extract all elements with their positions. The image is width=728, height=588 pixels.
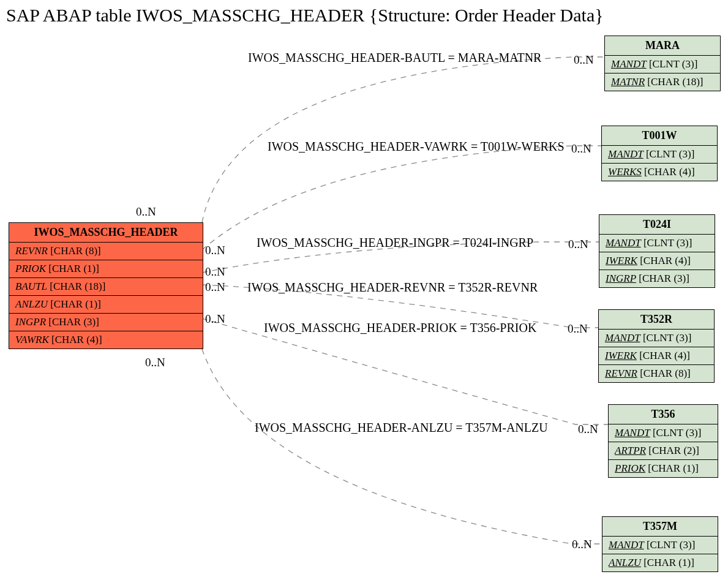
page-title: SAP ABAP table IWOS_MASSCHG_HEADER {Stru… bbox=[6, 5, 604, 26]
edge-label: IWOS_MASSCHG_HEADER-BAUTL = MARA-MATNR bbox=[248, 51, 541, 65]
edge-label: IWOS_MASSCHG_HEADER-INGPR = T024I-INGRP bbox=[257, 236, 533, 250]
field-name: MANDT bbox=[615, 427, 650, 439]
field-type: [CHAR (2)] bbox=[648, 445, 699, 456]
field-type: [CLNT (3)] bbox=[644, 237, 692, 249]
field-type: [CLNT (3)] bbox=[646, 148, 694, 160]
field-type: [CHAR (3)] bbox=[639, 273, 689, 284]
cardinality: 0..N bbox=[568, 322, 588, 336]
field-name: INGRP bbox=[606, 273, 636, 284]
field-type: [CHAR (1)] bbox=[48, 263, 99, 274]
field-type: [CHAR (4)] bbox=[640, 255, 691, 266]
field-type: [CHAR (1)] bbox=[50, 298, 101, 310]
field-name: INGPR bbox=[15, 316, 46, 328]
table-t356: T356 MANDT [CLNT (3)] ARTPR [CHAR (2)] P… bbox=[608, 404, 718, 478]
field-type: [CLNT (3)] bbox=[647, 539, 695, 551]
main-table: IWOS_MASSCHG_HEADER REVNR [CHAR (8)] PRI… bbox=[9, 222, 203, 349]
table-name: MARA bbox=[605, 36, 720, 56]
cardinality: 0..N bbox=[578, 423, 598, 436]
field-type: [CHAR (1)] bbox=[644, 557, 694, 568]
field-name: PRIOK bbox=[615, 462, 645, 474]
cardinality: 0..N bbox=[574, 53, 594, 67]
field-type: [CHAR (1)] bbox=[648, 462, 699, 474]
table-name: T024I bbox=[599, 215, 715, 235]
field-name: ANLZU bbox=[609, 557, 641, 568]
field-type: [CHAR (3)] bbox=[48, 316, 99, 328]
field-name: REVNR bbox=[605, 368, 637, 379]
field-name: WERKS bbox=[608, 166, 642, 178]
edge-label: IWOS_MASSCHG_HEADER-VAWRK = T001W-WERKS bbox=[268, 140, 565, 154]
table-t024i: T024I MANDT [CLNT (3)] IWERK [CHAR (4)] … bbox=[599, 214, 715, 288]
table-mara: MARA MANDT [CLNT (3)] MATNR [CHAR (18)] bbox=[604, 36, 721, 91]
field-name: BAUTL bbox=[15, 281, 47, 292]
field-type: [CLNT (3)] bbox=[653, 427, 701, 439]
cardinality: 0..N bbox=[568, 238, 588, 251]
edge-label: IWOS_MASSCHG_HEADER-REVNR = T352R-REVNR bbox=[247, 281, 538, 295]
field-type: [CHAR (18)] bbox=[50, 281, 105, 292]
field-name: VAWRK bbox=[15, 334, 49, 345]
field-name: MANDT bbox=[609, 539, 644, 551]
field-type: [CHAR (18)] bbox=[647, 76, 703, 88]
field-name: REVNR bbox=[15, 245, 48, 257]
table-name: T356 bbox=[609, 405, 718, 424]
cardinality: 0..N bbox=[205, 281, 225, 294]
cardinality: 0..N bbox=[205, 265, 225, 279]
field-name: MANDT bbox=[608, 148, 644, 160]
cardinality: 0..N bbox=[136, 205, 156, 219]
edge-label: IWOS_MASSCHG_HEADER-ANLZU = T357M-ANLZU bbox=[255, 421, 548, 435]
field-type: [CHAR (4)] bbox=[639, 350, 690, 361]
field-name: MATNR bbox=[611, 76, 645, 88]
field-type: [CHAR (8)] bbox=[50, 245, 101, 257]
field-type: [CHAR (8)] bbox=[640, 368, 691, 379]
table-t001w: T001W MANDT [CLNT (3)] WERKS [CHAR (4)] bbox=[601, 126, 718, 181]
cardinality: 0..N bbox=[572, 538, 592, 551]
field-type: [CHAR (4)] bbox=[51, 334, 102, 345]
table-t352r: T352R MANDT [CLNT (3)] IWERK [CHAR (4)] … bbox=[598, 309, 715, 383]
edge-label: IWOS_MASSCHG_HEADER-PRIOK = T356-PRIOK bbox=[264, 321, 536, 335]
field-name: MANDT bbox=[606, 237, 641, 249]
table-name: T357M bbox=[602, 517, 718, 537]
table-name: T001W bbox=[602, 126, 717, 146]
table-t357m: T357M MANDT [CLNT (3)] ANLZU [CHAR (1)] bbox=[602, 516, 718, 572]
table-name: T352R bbox=[599, 310, 714, 330]
field-type: [CLNT (3)] bbox=[643, 332, 691, 344]
field-name: ARTPR bbox=[615, 445, 646, 456]
field-type: [CHAR (4)] bbox=[644, 166, 695, 178]
field-name: MANDT bbox=[605, 332, 640, 344]
field-name: ANLZU bbox=[15, 298, 48, 310]
cardinality: 0..N bbox=[205, 312, 225, 326]
field-name: IWERK bbox=[606, 255, 637, 266]
cardinality: 0..N bbox=[145, 356, 165, 369]
main-table-name: IWOS_MASSCHG_HEADER bbox=[9, 223, 203, 243]
field-name: IWERK bbox=[605, 350, 637, 361]
field-name: PRIOK bbox=[15, 263, 46, 274]
cardinality: 0..N bbox=[205, 244, 225, 257]
field-type: [CLNT (3)] bbox=[649, 58, 697, 70]
cardinality: 0..N bbox=[571, 142, 591, 156]
field-name: MANDT bbox=[611, 58, 647, 70]
